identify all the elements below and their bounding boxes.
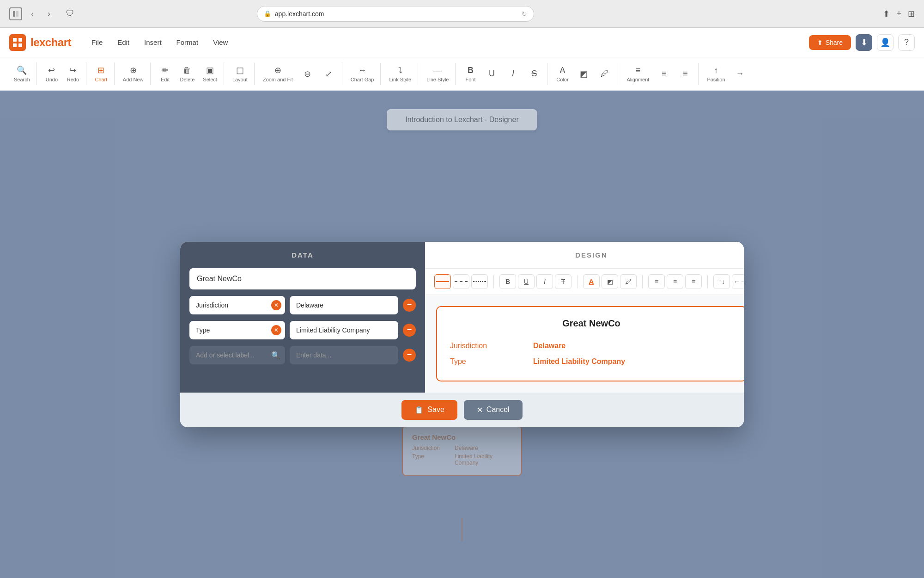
layout-button[interactable]: ◫ Layout (229, 62, 251, 85)
design-strikethrough-button[interactable]: T (555, 274, 571, 289)
data-panel-content: ✕ − ✕ − (180, 268, 425, 375)
back-button[interactable]: ‹ (26, 7, 39, 20)
undo-button[interactable]: ↩ Undo (42, 62, 62, 85)
nav-edit[interactable]: Edit (111, 35, 136, 50)
toolbar-group-position: ↑ Position → (700, 63, 753, 85)
design-pos-right-button[interactable]: ←→ (732, 274, 744, 289)
logo-icon (9, 34, 26, 51)
sidebar-toggle[interactable] (9, 7, 22, 20)
position-right-button[interactable]: → (730, 66, 750, 81)
underline-button[interactable]: U (481, 66, 502, 81)
fit-button[interactable]: ⤢ (319, 66, 339, 82)
remove-row-1[interactable]: − (403, 324, 416, 337)
browser-chrome: ‹ › 🛡 🔒 app.lexchart.com ↻ ⬆ + ⊞ (0, 0, 924, 28)
value-input-1[interactable] (290, 321, 398, 339)
cancel-button[interactable]: ✕ Cancel (464, 400, 523, 420)
position-up-button[interactable]: ↑ Position (703, 63, 729, 85)
design-align-right-button[interactable]: ≡ (685, 274, 702, 289)
toolbar-group-align: ≡ Alignment ≡ ≡ (620, 63, 699, 85)
nav-view[interactable]: View (207, 35, 234, 50)
design-align-left-button[interactable]: ≡ (648, 274, 665, 289)
help-button[interactable]: ? (898, 34, 915, 51)
address-bar[interactable]: 🔒 app.lexchart.com ↻ (257, 6, 534, 22)
remove-row-0[interactable]: − (403, 299, 416, 312)
reload-icon[interactable]: ↻ (522, 10, 527, 18)
select-button[interactable]: ▣ Select (199, 62, 221, 85)
modal-body: DATA ✕ − (180, 242, 744, 393)
design-underline-button[interactable]: U (518, 274, 535, 289)
search-tool-button[interactable]: 🔍 Search (10, 62, 34, 85)
share-button[interactable]: ⬆ Share (809, 35, 851, 50)
design-italic-button[interactable]: I (536, 274, 553, 289)
toolbar-group-edit-del: ✏ Edit 🗑 Delete ▣ Select (152, 62, 224, 85)
toolbar-group-font: B Font U I S (457, 63, 547, 85)
add-label-input[interactable] (189, 346, 285, 364)
toolbar-group-linestyle: — Line Style (420, 63, 456, 85)
layout-icon: ◫ (236, 65, 244, 75)
toolbar-group-chartgap: ↔ Chart Gap (344, 63, 381, 85)
line-style-button[interactable]: — Line Style (423, 63, 452, 85)
line-dashed-button[interactable] (453, 274, 469, 289)
preview-label-0: Jurisdiction (450, 342, 533, 350)
grid-icon[interactable]: ⊞ (908, 9, 915, 19)
account-button[interactable]: 👤 (877, 34, 894, 51)
node-name-input[interactable] (189, 268, 416, 289)
share-icon[interactable]: ⬆ (883, 9, 890, 19)
nav-insert[interactable]: Insert (138, 35, 168, 50)
add-data-input[interactable] (290, 346, 398, 364)
design-pos-up-button[interactable]: ↑↓ (713, 274, 730, 289)
nav-format[interactable]: Format (170, 35, 205, 50)
edit-icon: ✏ (162, 65, 169, 75)
svg-rect-3 (18, 38, 22, 42)
border-color-button[interactable]: 🖊 (595, 66, 615, 81)
design-font-color-button[interactable]: A (583, 274, 600, 289)
label-clear-0[interactable]: ✕ (271, 300, 281, 310)
design-fill-button[interactable]: ◩ (602, 274, 618, 289)
toolbar-group-layout: ◫ Layout (226, 62, 255, 85)
line-solid-button[interactable] (434, 274, 451, 289)
align-right-icon: ≡ (683, 69, 688, 79)
design-align-center-button[interactable]: ≡ (667, 274, 683, 289)
chart-gap-button[interactable]: ↔ Chart Gap (347, 63, 378, 85)
label-wrap-1: ✕ (189, 321, 285, 339)
label-input-1[interactable] (189, 321, 285, 339)
remove-add-row[interactable]: − (403, 349, 416, 362)
bold-button[interactable]: B Font (460, 63, 480, 85)
edit-button[interactable]: ✏ Edit (155, 62, 176, 85)
design-bold-button[interactable]: B (499, 274, 516, 289)
design-border-button[interactable]: 🖊 (620, 274, 637, 289)
cancel-label: Cancel (486, 406, 510, 414)
separator-1 (493, 275, 494, 288)
fill-color-button[interactable]: ◩ (573, 66, 594, 82)
add-new-button[interactable]: ⊕ Add New (119, 62, 147, 85)
nav-file[interactable]: File (85, 35, 109, 50)
toolbar-group-chart: ⊞ Chart (88, 62, 115, 85)
value-input-0[interactable] (290, 296, 398, 314)
zoom-out-button[interactable]: ⊖ (298, 66, 318, 82)
line-dotted-button[interactable] (471, 274, 488, 289)
link-style-button[interactable]: ⤵ Link Style (385, 63, 415, 85)
new-tab-icon[interactable]: + (896, 9, 901, 18)
label-clear-1[interactable]: ✕ (271, 325, 281, 335)
align-center-button[interactable]: ≡ (654, 66, 674, 81)
redo-button[interactable]: ↪ Redo (63, 62, 83, 85)
italic-button[interactable]: I (503, 66, 523, 81)
download-button[interactable]: ⬇ (856, 34, 872, 51)
browser-right-icons: ⬆ + ⊞ (883, 9, 915, 19)
zoom-in-button[interactable]: ⊕ Zoom and Fit (259, 62, 297, 85)
save-button[interactable]: 📋 Save (401, 400, 457, 420)
font-color-button[interactable]: A Color (552, 63, 572, 85)
underline-icon: U (489, 69, 495, 79)
forward-button[interactable]: › (43, 7, 55, 20)
position-up-icon: ↑ (714, 66, 718, 75)
delete-button[interactable]: 🗑 Delete (176, 63, 199, 85)
strikethrough-button[interactable]: S (524, 66, 544, 81)
align-left-button[interactable]: ≡ Alignment (623, 63, 653, 85)
chart-gap-icon: ↔ (358, 66, 366, 75)
label-input-0[interactable] (189, 296, 285, 314)
align-center-icon: ≡ (662, 69, 667, 79)
chart-button[interactable]: ⊞ Chart (91, 62, 111, 85)
delete-icon: 🗑 (183, 66, 191, 75)
align-right-button[interactable]: ≡ (675, 66, 695, 81)
toolbar-group-linkstyle: ⤵ Link Style (383, 63, 418, 85)
